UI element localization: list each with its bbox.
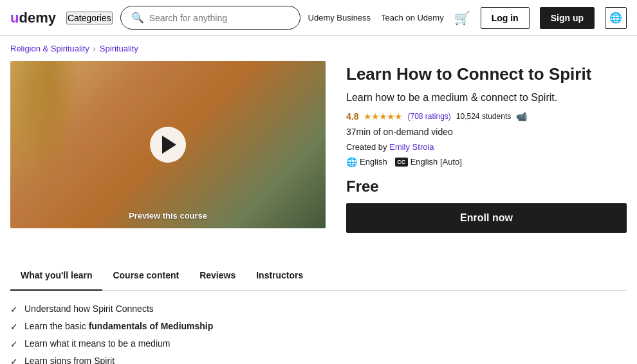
tab-course-content[interactable]: Course content [102, 261, 189, 291]
course-tabs: What you'll learn Course content Reviews… [10, 261, 627, 291]
enroll-button[interactable]: Enroll now [346, 203, 627, 233]
teach-on-udemy-link[interactable]: Teach on Udemy [381, 13, 444, 23]
categories-button[interactable]: Categories [66, 12, 113, 24]
stars-icon: ★★★★★ [364, 111, 402, 122]
course-price: Free [346, 177, 627, 196]
list-item: ✓ Understand how Spirit Connects [10, 304, 627, 314]
preview-label: Preview this course [129, 211, 207, 221]
cc-badge: CC [395, 158, 408, 167]
learn-list: ✓ Understand how Spirit Connects ✓ Learn… [10, 304, 627, 364]
course-video[interactable]: Preview this course [10, 61, 326, 228]
breadcrumb-parent[interactable]: Religion & Spirituality [10, 44, 89, 53]
created-by-label: Created by [346, 142, 387, 152]
video-duration: 37min of on-demand video [346, 127, 453, 137]
language-label: English [360, 157, 387, 167]
language-globe-button[interactable]: 🌐 [605, 7, 627, 29]
list-item: ✓ Learn what it means to be a medium [10, 338, 627, 349]
learn-item-text: Understand how Spirit Connects [24, 304, 154, 314]
globe-icon: 🌐 [346, 157, 357, 167]
signup-button[interactable]: Sign up [540, 7, 595, 29]
captions-item: CC English [Auto] [395, 157, 462, 167]
video-section: Preview this course [10, 61, 326, 241]
checkmark-icon: ✓ [10, 339, 18, 349]
login-button[interactable]: Log in [481, 7, 530, 29]
search-bar: 🔍 [120, 6, 300, 30]
header-right: Udemy Business Teach on Udemy 🛒 Log in S… [308, 7, 627, 29]
tab-reviews[interactable]: Reviews [189, 261, 246, 291]
list-item: ✓ Learn the basic fundamentals of Medium… [10, 321, 627, 332]
checkmark-icon: ✓ [10, 356, 18, 364]
play-button[interactable] [150, 127, 186, 163]
language-item: 🌐 English [346, 157, 387, 167]
checkmark-icon: ✓ [10, 304, 18, 314]
captions-label: English [Auto] [411, 157, 462, 167]
learn-item-text: Learn the basic fundamentals of Mediumsh… [24, 321, 213, 331]
learn-section: ✓ Understand how Spirit Connects ✓ Learn… [0, 291, 637, 364]
language-row: 🌐 English CC English [Auto] [346, 157, 627, 167]
rating-score: 4.8 [346, 111, 358, 122]
list-item: ✓ Learn signs from Spirit [10, 356, 627, 364]
learn-item-text: Learn what it means to be a medium [24, 338, 170, 349]
play-triangle-icon [162, 136, 176, 154]
created-by: Created by Emily Stroia [346, 142, 627, 152]
ratings-count: (708 ratings) [407, 112, 450, 121]
checkmark-icon: ✓ [10, 322, 18, 332]
ratings-row: 4.8 ★★★★★ (708 ratings) 10,524 students … [346, 111, 627, 137]
tab-what-youll-learn[interactable]: What you'll learn [10, 261, 102, 291]
course-subtitle: Learn how to be a medium & connect to Sp… [346, 92, 627, 104]
video-overlay [10, 61, 326, 228]
breadcrumb-separator: › [93, 44, 96, 53]
header: udemy Categories 🔍 Udemy Business Teach … [0, 0, 637, 36]
course-title: Learn How to Connect to Spirit [346, 64, 627, 86]
tab-instructors[interactable]: Instructors [246, 261, 313, 291]
video-icon: 📹 [516, 111, 527, 122]
udemy-logo[interactable]: udemy [10, 10, 56, 26]
breadcrumb: Religion & Spirituality › Spirituality [0, 36, 637, 61]
main-content: Preview this course Learn How to Connect… [0, 61, 637, 261]
cart-icon[interactable]: 🛒 [454, 10, 470, 26]
students-count: 10,524 students [456, 112, 511, 121]
course-info: Learn How to Connect to Spirit Learn how… [346, 61, 627, 241]
search-icon: 🔍 [131, 12, 144, 24]
instructor-link[interactable]: Emily Stroia [389, 142, 434, 152]
search-input[interactable] [149, 13, 290, 23]
tabs-section: What you'll learn Course content Reviews… [0, 261, 637, 291]
breadcrumb-child[interactable]: Spirituality [100, 44, 138, 53]
udemy-business-link[interactable]: Udemy Business [308, 13, 371, 23]
learn-item-text: Learn signs from Spirit [24, 356, 115, 364]
